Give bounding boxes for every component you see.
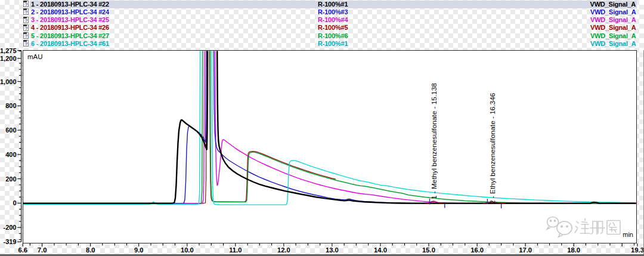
svg-text:16.0: 16.0 [470,246,484,254]
svg-text:15.0: 15.0 [422,246,435,254]
svg-text:19.3: 19.3 [631,246,644,254]
svg-text:min: min [623,231,633,238]
svg-text:12.0: 12.0 [277,246,290,254]
svg-text:18.0: 18.0 [567,246,580,254]
svg-text:7.0: 7.0 [38,246,47,254]
svg-text:mAU: mAU [27,53,43,60]
svg-text:13.0: 13.0 [326,246,339,254]
svg-text:0: 0 [13,199,16,206]
svg-text:2 - Ethyl benzenesulfonate - 1: 2 - Ethyl benzenesulfonate - 16.346 [488,92,497,204]
svg-text:200: 200 [5,175,16,183]
svg-text:-319: -319 [3,238,16,245]
svg-text:9.0: 9.0 [134,246,144,254]
svg-text:11.0: 11.0 [229,246,242,254]
svg-text:10.0: 10.0 [181,246,194,254]
svg-text:400: 400 [5,151,16,158]
svg-text:800: 800 [5,102,16,109]
svg-text:17.0: 17.0 [519,246,532,254]
svg-text:14.0: 14.0 [374,246,387,254]
svg-text:-200: -200 [3,224,16,231]
svg-text:8.0: 8.0 [86,246,95,254]
svg-text:1 - Methyl benzenesulfonate -: 1 - Methyl benzenesulfonate - 15.138 [430,83,438,199]
svg-text:1,275: 1,275 [0,47,17,54]
svg-text:600: 600 [5,127,16,134]
svg-text:1,200: 1,200 [0,55,17,62]
svg-text:1,000: 1,000 [0,78,17,85]
svg-text:6.6: 6.6 [18,246,27,254]
